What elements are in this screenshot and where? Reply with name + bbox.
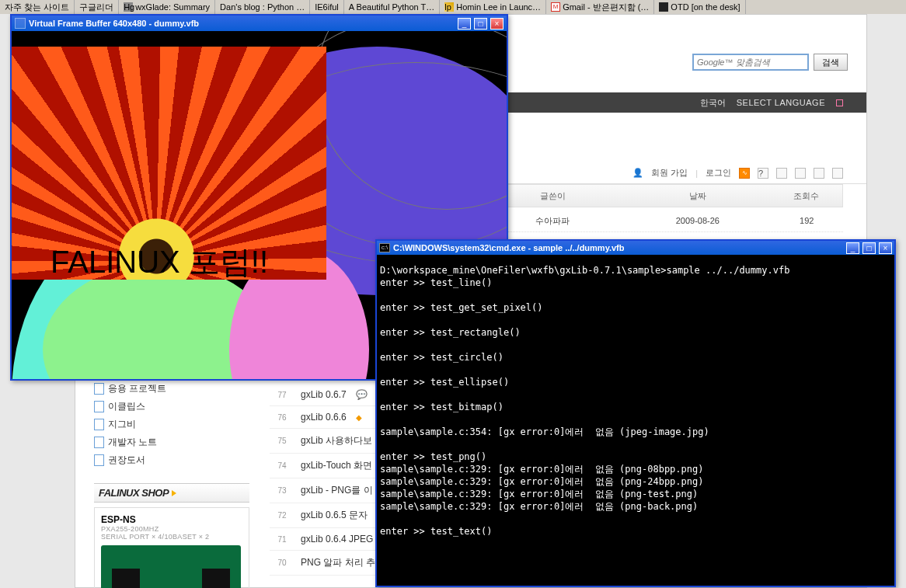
search-input[interactable] <box>692 54 809 71</box>
maximize-button[interactable]: □ <box>474 18 487 30</box>
gmail-icon: M <box>551 2 560 12</box>
close-button[interactable]: × <box>879 242 892 254</box>
list-header: 글쓴이 날짜 조회수 <box>479 184 843 207</box>
arrow-right-icon <box>172 490 176 496</box>
shop-header[interactable]: FALINUX SHOP <box>94 483 249 503</box>
lang-korean-link[interactable]: 한국어 <box>700 97 726 109</box>
app-icon <box>15 18 26 29</box>
comment-icon: 💬 <box>356 389 368 400</box>
sidebar-item[interactable]: 권장도서 <box>94 451 249 469</box>
browser-tab[interactable]: MGmail - 받은편지함 (… <box>546 0 654 14</box>
doc-icon <box>94 383 104 395</box>
board-image <box>101 545 241 588</box>
window-titlebar[interactable]: c:\ C:\WINDOWS\system32\cmd.exe - sample… <box>377 241 894 255</box>
signup-link[interactable]: 회원 가입 <box>651 167 688 179</box>
product-card[interactable]: ESP-NS PXA255-200MHZ SERIAL PORT × 4/10B… <box>94 507 249 588</box>
select-language-link[interactable]: SELECT LANGUAGE <box>737 98 825 107</box>
browser-tab[interactable]: 자주 찾는 사이트 <box>0 0 75 14</box>
sidebar-item[interactable]: 이클립스 <box>94 398 249 416</box>
lang-dropdown-icon[interactable] <box>836 99 843 106</box>
sidebar-item[interactable]: 지그비 <box>94 416 249 433</box>
view-detail-icon[interactable] <box>832 168 843 179</box>
browser-tab[interactable]: A Beautiful Python T… <box>344 0 440 14</box>
search-button[interactable]: 검색 <box>814 54 848 71</box>
view-list-icon[interactable] <box>776 168 787 179</box>
rss-icon[interactable]: ∿ <box>739 168 750 179</box>
sidebar-item[interactable]: 응용 프로젝트 <box>94 380 249 398</box>
login-link[interactable]: 로그인 <box>706 167 731 179</box>
table-row[interactable]: 수아파파 2009-08-26 192 <box>479 209 843 232</box>
cmd-window[interactable]: c:\ C:\WINDOWS\system32\cmd.exe - sample… <box>375 239 896 587</box>
window-title: C:\WINDOWS\system32\cmd.exe - sample ../… <box>393 243 843 252</box>
browser-tabstrip: 자주 찾는 사이트 구글리더 HgwxGlade: Summary Dan's … <box>0 0 906 14</box>
terminal-output[interactable]: D:\workspace_mine\OneFiler\wxfb\gxLib-0.… <box>377 255 894 586</box>
minimize-button[interactable]: _ <box>458 18 471 30</box>
file-icon: ◆ <box>356 413 362 422</box>
product-name: ESP-NS <box>101 514 242 525</box>
minimize-button[interactable]: _ <box>846 242 859 254</box>
window-title: Virtual Frame Buffer 640x480 - dummy.vfb <box>29 19 455 28</box>
product-spec: PXA255-200MHZ SERIAL PORT × 4/10BASET × … <box>101 525 242 541</box>
col-views: 조회수 <box>770 185 842 207</box>
sidebar: 응용 프로젝트 이클립스 지그비 개발자 노트 권장도서 FALINUX SHO… <box>94 380 249 588</box>
launchpad-icon: lp <box>444 2 454 12</box>
sidebar-item[interactable]: 개발자 노트 <box>94 433 249 451</box>
doc-icon <box>94 454 104 466</box>
otd-icon <box>659 2 668 12</box>
generic-icon: Hg <box>124 2 133 12</box>
col-date: 날짜 <box>625 185 769 207</box>
person-icon: 👤 <box>632 168 643 178</box>
doc-icon <box>94 437 104 448</box>
browser-tab[interactable]: IE6iful <box>310 0 344 14</box>
cmd-icon: c:\ <box>379 243 390 252</box>
doc-icon <box>94 419 104 430</box>
browser-tab[interactable]: HgwxGlade: Summary <box>119 0 215 14</box>
maximize-button[interactable]: □ <box>862 242 876 254</box>
doc-icon <box>94 401 104 412</box>
browser-tab[interactable]: OTD [on the desk] <box>654 0 745 14</box>
help-icon[interactable]: ? <box>758 168 768 179</box>
view-grid-icon[interactable] <box>814 168 824 179</box>
view-card-icon[interactable] <box>795 168 806 179</box>
window-titlebar[interactable]: Virtual Frame Buffer 640x480 - dummy.vfb… <box>12 16 507 31</box>
browser-tab[interactable]: lpHomin Lee in Launc… <box>440 0 546 14</box>
browser-tab[interactable]: 구글리더 <box>75 0 119 14</box>
browser-tab[interactable]: Dan's blog : Python … <box>215 0 310 14</box>
canvas-text: FALINUX 포럼!! <box>51 241 268 284</box>
close-button[interactable]: × <box>490 18 504 30</box>
